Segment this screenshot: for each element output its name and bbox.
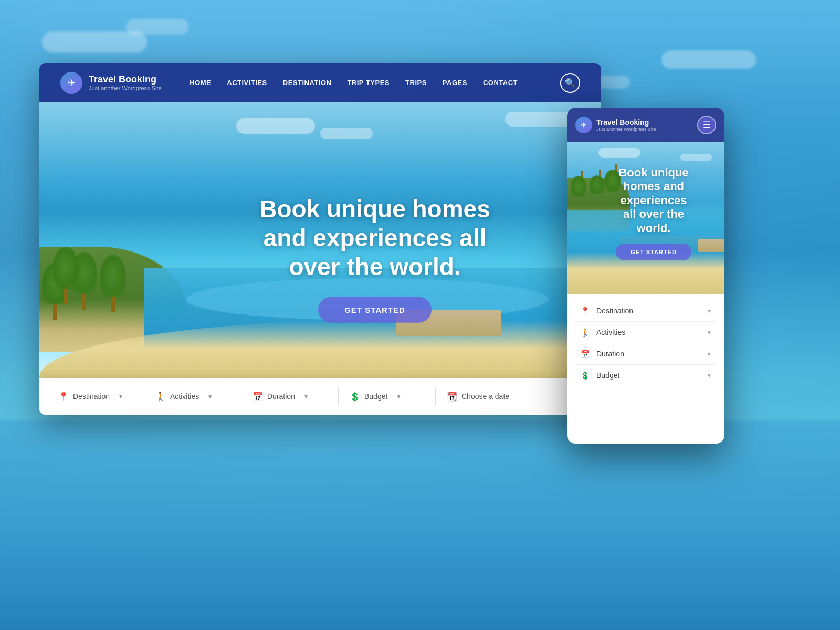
nav-trip-types[interactable]: TRIP TYPES	[347, 79, 390, 87]
nav-activities[interactable]: ACTIVITIES	[227, 79, 267, 87]
mobile-destination-icon: 📍	[580, 307, 590, 315]
nav-pages[interactable]: PAGES	[443, 79, 467, 87]
destination-arrow: ▼	[118, 394, 123, 400]
mobile-destination-label: Destination	[596, 307, 707, 315]
desktop-hero-content: Book unique homes and experiences all ov…	[238, 194, 511, 323]
desktop-budget-field[interactable]: 💲 Budget ▼	[341, 387, 436, 406]
mobile-budget-row[interactable]: 💲 Budget ▼	[575, 365, 716, 386]
search-icon: 🔍	[565, 78, 575, 88]
duration-label: Duration	[267, 392, 295, 401]
desktop-logo-text: Travel Booking Just another Wordpress Si…	[89, 74, 162, 91]
mobile-search-panel: 📍 Destination ▼ 🚶 Activities ▼ 📅 Duratio…	[567, 294, 724, 392]
desktop-logo: ✈ Travel Booking Just another Wordpress …	[60, 72, 162, 94]
hamburger-icon: ☰	[703, 120, 710, 130]
nav-divider	[539, 75, 539, 91]
mobile-site-tagline: Just another Wordpress Site	[596, 127, 656, 132]
mobile-site-name: Travel Booking	[596, 118, 656, 127]
budget-label: Budget	[364, 392, 387, 401]
mobile-activities-arrow: ▼	[707, 330, 712, 335]
date-icon: 📆	[447, 392, 457, 402]
mobile-get-started-button[interactable]: GET STARTED	[616, 244, 691, 260]
desktop-site-tagline: Just another Wordpress Site	[89, 85, 162, 91]
mobile-mockup: ✈ Travel Booking Just another Wordpress …	[567, 108, 724, 444]
desktop-destination-field[interactable]: 📍 Destination ▼	[50, 387, 144, 406]
desktop-logo-icon: ✈	[60, 72, 82, 94]
desktop-hero-title: Book unique homes and experiences all ov…	[238, 194, 511, 281]
mobile-logo-text: Travel Booking Just another Wordpress Si…	[596, 118, 656, 132]
mobile-duration-label: Duration	[596, 350, 707, 358]
desktop-duration-field[interactable]: 📅 Duration ▼	[244, 387, 339, 406]
desktop-activities-field[interactable]: 🚶 Activities ▼	[147, 387, 242, 406]
mobile-tree-2	[596, 170, 604, 194]
mobile-pier-2	[698, 239, 724, 252]
nav-trips[interactable]: TRIPS	[405, 79, 427, 87]
mobile-activities-row[interactable]: 🚶 Activities ▼	[575, 322, 716, 343]
desktop-get-started-button[interactable]: GET STARTED	[318, 297, 432, 323]
destination-icon: 📍	[58, 392, 69, 402]
duration-arrow: ▼	[303, 394, 309, 400]
mobile-budget-arrow: ▼	[707, 373, 712, 379]
mobile-hero-content: Book unique homes and experiences all ov…	[614, 166, 693, 260]
mobile-activities-label: Activities	[596, 328, 707, 337]
desktop-search-button[interactable]: 🔍	[560, 73, 580, 93]
mobile-budget-label: Budget	[596, 371, 707, 380]
mobile-logo: ✈ Travel Booking Just another Wordpress …	[575, 117, 656, 133]
desktop-mockup: ✈ Travel Booking Just another Wordpress …	[39, 63, 601, 415]
nav-contact[interactable]: CONTACT	[483, 79, 518, 87]
mobile-duration-row[interactable]: 📅 Duration ▼	[575, 343, 716, 365]
nav-destination[interactable]: DESTINATION	[283, 79, 332, 87]
mobile-logo-icon: ✈	[575, 117, 592, 133]
mobile-duration-icon: 📅	[580, 350, 590, 358]
activities-arrow: ▼	[207, 394, 213, 400]
destination-label: Destination	[73, 392, 110, 401]
mobile-hero: Book unique homes and experiences all ov…	[567, 142, 724, 294]
mobile-activities-icon: 🚶	[580, 328, 590, 337]
mobile-header: ✈ Travel Booking Just another Wordpress …	[567, 108, 724, 142]
desktop-nav: HOME ACTIVITIES DESTINATION TRIP TYPES T…	[190, 73, 580, 93]
date-label: Choose a date	[461, 392, 509, 401]
mobile-menu-button[interactable]: ☰	[697, 116, 716, 134]
activities-label: Activities	[170, 392, 199, 401]
duration-icon: 📅	[253, 392, 263, 402]
mobile-hero-title: Book unique homes and experiences all ov…	[614, 166, 693, 235]
activities-icon: 🚶	[155, 392, 166, 402]
mobile-destination-row[interactable]: 📍 Destination ▼	[575, 300, 716, 322]
mobile-budget-icon: 💲	[580, 371, 590, 380]
mobile-destination-arrow: ▼	[707, 308, 712, 314]
desktop-hero: Book unique homes and experiences all ov…	[39, 102, 601, 415]
mobile-tree-1	[578, 171, 586, 197]
desktop-date-field[interactable]: 📆 Choose a date	[438, 387, 533, 406]
budget-arrow: ▼	[396, 394, 401, 400]
mobile-duration-arrow: ▼	[707, 351, 712, 357]
budget-icon: 💲	[350, 392, 360, 402]
desktop-site-name: Travel Booking	[89, 74, 162, 85]
desktop-header: ✈ Travel Booking Just another Wordpress …	[39, 63, 601, 102]
desktop-search-bar: 📍 Destination ▼ 🚶 Activities ▼ 📅 Duratio…	[39, 378, 601, 415]
nav-home[interactable]: HOME	[190, 79, 211, 87]
